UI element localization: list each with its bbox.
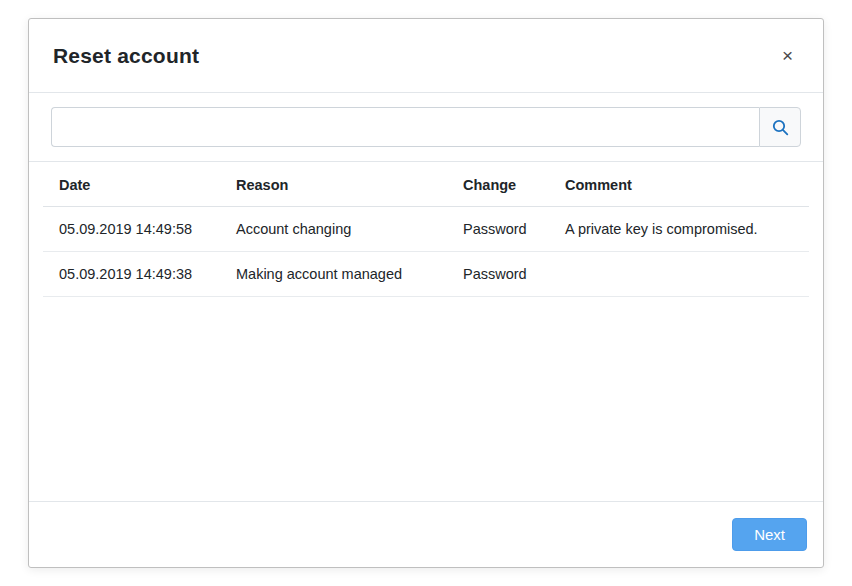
column-header-date: Date — [43, 162, 220, 207]
cell-comment — [549, 252, 809, 297]
search-input[interactable] — [51, 107, 759, 147]
search-icon — [772, 119, 789, 136]
cell-change: Password — [447, 207, 549, 252]
cell-date: 05.09.2019 14:49:58 — [43, 207, 220, 252]
column-header-reason: Reason — [220, 162, 447, 207]
table-header-row: Date Reason Change Comment — [43, 162, 809, 207]
cell-comment: A private key is compromised. — [549, 207, 809, 252]
table-row[interactable]: 05.09.2019 14:49:58 Account changing Pas… — [43, 207, 809, 252]
search-section — [29, 93, 823, 162]
cell-reason: Making account managed — [220, 252, 447, 297]
cell-change: Password — [447, 252, 549, 297]
reset-account-modal: Reset account × Date Reason Change Comme… — [28, 18, 824, 568]
search-input-group — [51, 107, 801, 147]
cell-date: 05.09.2019 14:49:38 — [43, 252, 220, 297]
next-button[interactable]: Next — [732, 518, 807, 551]
modal-title: Reset account — [53, 44, 199, 68]
close-icon[interactable]: × — [776, 42, 799, 69]
history-table-section: Date Reason Change Comment 05.09.2019 14… — [29, 162, 823, 501]
modal-header: Reset account × — [29, 19, 823, 93]
search-button[interactable] — [759, 107, 801, 147]
cell-reason: Account changing — [220, 207, 447, 252]
column-header-change: Change — [447, 162, 549, 207]
column-header-comment: Comment — [549, 162, 809, 207]
history-table: Date Reason Change Comment 05.09.2019 14… — [43, 162, 809, 297]
modal-footer: Next — [29, 501, 823, 567]
table-row[interactable]: 05.09.2019 14:49:38 Making account manag… — [43, 252, 809, 297]
